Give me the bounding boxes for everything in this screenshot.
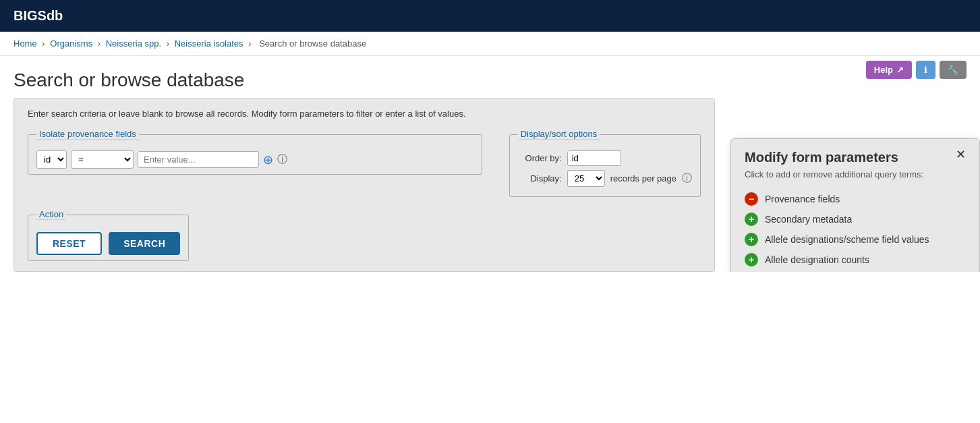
help-label: Help xyxy=(874,65,893,75)
order-by-input[interactable] xyxy=(567,150,621,166)
plus-icon: + xyxy=(745,233,758,246)
breadcrumb-neisseria-isolates[interactable]: Neisseria isolates xyxy=(175,38,243,49)
modal-subtitle: Click to add or remove additional query … xyxy=(745,169,966,179)
modal-item-label-provenance: Provenance fields xyxy=(765,194,840,204)
search-description: Enter search criteria or leave blank to … xyxy=(28,109,701,119)
value-input[interactable] xyxy=(138,151,259,168)
fields-row: Isolate provenance fields id = contains … xyxy=(28,129,701,197)
modal-item-allele-status[interactable]: +Allele designation status xyxy=(745,270,966,272)
modal-item-secondary[interactable]: +Secondary metadata xyxy=(745,209,966,229)
display-row: Display: 25 50 100 200 records per page … xyxy=(518,170,692,187)
main-content: Enter search criteria or leave blank to … xyxy=(0,98,980,272)
help-button[interactable]: Help ↗ xyxy=(866,61,912,79)
order-by-label: Order by: xyxy=(518,153,562,163)
plus-icon: + xyxy=(745,253,758,266)
action-section: Action RESET SEARCH xyxy=(28,209,701,261)
isolate-fields-label: Isolate provenance fields xyxy=(39,129,136,139)
operator-select[interactable]: = contains starts with ends with > < NOT xyxy=(71,150,134,169)
reset-button[interactable]: RESET xyxy=(36,232,102,255)
modal-item-allele-counts[interactable]: +Allele designation counts xyxy=(745,250,966,270)
search-box: Enter search criteria or leave blank to … xyxy=(13,98,715,272)
isolate-fields-group: Isolate provenance fields id = contains … xyxy=(28,129,482,175)
modify-form-modal: ✕ Modify form parameters Click to add or… xyxy=(730,138,980,272)
action-buttons: RESET SEARCH xyxy=(36,232,180,255)
wrench-icon: 🔧 xyxy=(948,65,958,75)
minus-icon: − xyxy=(745,192,758,206)
external-link-icon: ↗ xyxy=(896,65,904,75)
settings-button[interactable]: 🔧 xyxy=(940,61,967,79)
modal-item-label-allele-designations: Allele designations/scheme field values xyxy=(765,234,929,245)
app-header: BIGSdb xyxy=(0,0,980,32)
search-button[interactable]: SEARCH xyxy=(109,232,180,255)
display-info-icon[interactable]: ⓘ xyxy=(682,172,692,185)
records-per-page-select[interactable]: 25 50 100 200 xyxy=(567,170,605,187)
display-sort-group: Display/sort options Order by: Display: … xyxy=(509,129,701,197)
modal-title: Modify form parameters xyxy=(745,150,966,165)
modal-item-label-secondary: Secondary metadata xyxy=(765,214,852,225)
breadcrumb-organisms[interactable]: Organisms xyxy=(50,38,92,49)
breadcrumb-home[interactable]: Home xyxy=(13,38,37,49)
info-icon: ℹ xyxy=(924,65,927,75)
add-filter-button[interactable]: ⊕ xyxy=(263,154,273,166)
info-button[interactable]: ℹ xyxy=(916,61,935,79)
breadcrumb: Home › Organisms › Neisseria spp. › Neis… xyxy=(0,32,980,56)
modal-items-list: −Provenance fields+Secondary metadata+Al… xyxy=(745,189,966,272)
modal-item-label-allele-counts: Allele designation counts xyxy=(765,254,869,265)
modal-close-button[interactable]: ✕ xyxy=(956,148,966,161)
action-label: Action xyxy=(39,209,63,219)
page-title: Search or browse database xyxy=(0,56,980,98)
filter-info-icon[interactable]: ⓘ xyxy=(277,153,287,166)
field-select[interactable]: id xyxy=(36,150,67,169)
app-title: BIGSdb xyxy=(13,8,63,23)
filter-row: id = contains starts with ends with > < … xyxy=(36,150,473,169)
display-sort-label: Display/sort options xyxy=(521,129,597,139)
breadcrumb-neisseria-spp[interactable]: Neisseria spp. xyxy=(106,38,161,49)
modal-item-provenance[interactable]: −Provenance fields xyxy=(745,189,966,209)
breadcrumb-current: Search or browse database xyxy=(259,38,366,49)
top-actions: Help ↗ ℹ 🔧 xyxy=(866,61,967,79)
plus-icon: + xyxy=(745,213,758,226)
modal-item-allele-designations[interactable]: +Allele designations/scheme field values xyxy=(745,229,966,250)
records-per-page-label: records per page xyxy=(610,173,676,184)
order-by-row: Order by: xyxy=(518,150,692,166)
display-label: Display: xyxy=(518,173,562,184)
